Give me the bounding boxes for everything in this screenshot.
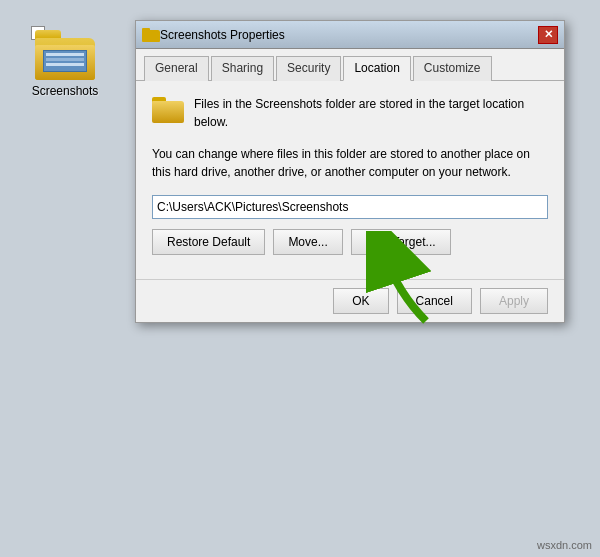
titlebar-folder-icon	[142, 28, 160, 42]
info-section: Files in the Screenshots folder are stor…	[152, 95, 548, 131]
info-folder-icon	[152, 97, 184, 123]
restore-default-button[interactable]: Restore Default	[152, 229, 265, 255]
action-buttons-row: Restore Default Move... Find Target...	[152, 229, 548, 255]
folder-icon-label: Screenshots	[32, 84, 99, 98]
dialog-titlebar: Screenshots Properties ✕	[136, 21, 564, 49]
tab-security[interactable]: Security	[276, 56, 341, 81]
dialog-footer: OK Cancel Apply	[136, 279, 564, 322]
apply-button[interactable]: Apply	[480, 288, 548, 314]
watermark: wsxdn.com	[537, 539, 592, 551]
tab-customize[interactable]: Customize	[413, 56, 492, 81]
close-button[interactable]: ✕	[538, 26, 558, 44]
dialog-title: Screenshots Properties	[160, 28, 538, 42]
properties-dialog: Screenshots Properties ✕ General Sharing…	[135, 20, 565, 323]
tab-general[interactable]: General	[144, 56, 209, 81]
find-target-button[interactable]: Find Target...	[351, 229, 451, 255]
info-text: Files in the Screenshots folder are stor…	[194, 95, 548, 131]
cancel-button[interactable]: Cancel	[397, 288, 472, 314]
desktop: ✓ Screenshots Screenshots Properties ✕	[0, 0, 600, 557]
move-button[interactable]: Move...	[273, 229, 342, 255]
dialog-body: Files in the Screenshots folder are stor…	[136, 81, 564, 279]
tab-sharing[interactable]: Sharing	[211, 56, 274, 81]
folder-icon-graphic: ✓	[35, 30, 95, 80]
path-input[interactable]	[152, 195, 548, 219]
tabs-bar: General Sharing Security Location Custom…	[136, 49, 564, 81]
tab-location[interactable]: Location	[343, 56, 410, 81]
description-text: You can change where files in this folde…	[152, 145, 548, 181]
desktop-folder-icon[interactable]: ✓ Screenshots	[30, 30, 100, 98]
ok-button[interactable]: OK	[333, 288, 388, 314]
